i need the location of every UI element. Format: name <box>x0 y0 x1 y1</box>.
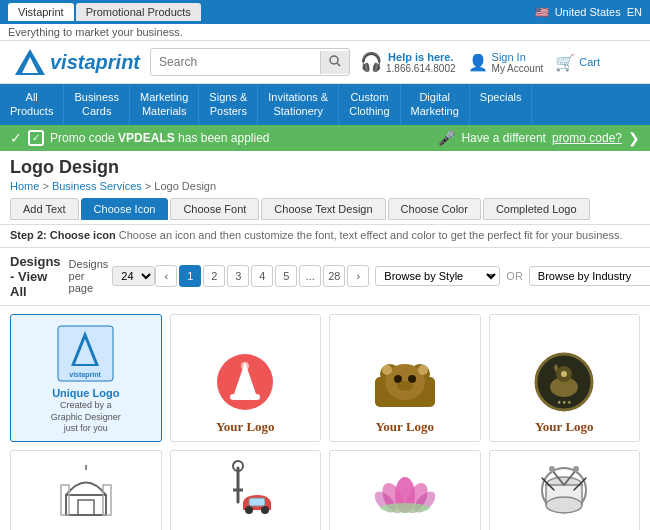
tagline: Everything to market your business. <box>0 24 650 41</box>
svg-point-34 <box>245 506 253 514</box>
svg-rect-27 <box>78 500 94 515</box>
headphone-icon: 🎧 <box>360 51 382 73</box>
browse-industry-select[interactable]: Browse by Industry <box>529 266 650 286</box>
logo-item-8[interactable]: Your Logo <box>489 450 641 530</box>
tab-completed-logo[interactable]: Completed Logo <box>483 198 590 220</box>
microphone-icon: 🎤 <box>438 130 455 146</box>
section-title: Designs - View All <box>10 254 61 299</box>
unique-logo-image: vistaprint <box>51 321 121 386</box>
lotus-logo-icon <box>370 458 440 523</box>
nav-signs[interactable]: Signs &Posters <box>199 84 258 125</box>
promo-code: VPDEALS <box>118 131 175 145</box>
search-icon <box>329 55 341 67</box>
promo-code-link[interactable]: promo code? <box>552 131 622 145</box>
logo-grid-section: vistaprint Unique Logo Created by aGraph… <box>0 306 650 530</box>
svg-rect-26 <box>66 495 106 515</box>
promotional-products-tab[interactable]: Promotional Products <box>76 3 201 21</box>
logo-icon <box>10 47 50 77</box>
tab-choose-text-design[interactable]: Choose Text Design <box>261 198 385 220</box>
nav-clothing[interactable]: CustomClothing <box>339 84 400 125</box>
vistaprint-tab[interactable]: Vistaprint <box>8 3 74 21</box>
bird-circle-logo-label: Your Logo <box>535 419 594 435</box>
logo-item-7[interactable]: Your Logo <box>329 450 481 530</box>
or-text: OR <box>506 270 523 282</box>
designs-per-page-select[interactable]: 24 48 <box>112 266 155 286</box>
nav-marketing[interactable]: MarketingMaterials <box>130 84 199 125</box>
logo-item-5[interactable]: Your Logo <box>10 450 162 530</box>
search-button[interactable] <box>320 51 349 74</box>
logo-item-3[interactable]: Your Logo <box>329 314 481 442</box>
unique-logo-label: Unique Logo <box>52 386 119 400</box>
nav-business-cards[interactable]: BusinessCards <box>64 84 130 125</box>
svg-point-2 <box>330 56 338 64</box>
promo-collapse-icon[interactable]: ✓ <box>10 130 22 146</box>
breadcrumb-current: Logo Design <box>154 180 216 192</box>
svg-text:vistaprint: vistaprint <box>69 371 101 379</box>
tab-choose-color[interactable]: Choose Color <box>388 198 481 220</box>
svg-point-18 <box>397 381 413 391</box>
svg-line-3 <box>337 63 340 66</box>
cart-icon: 🛒 <box>555 53 575 72</box>
tab-add-text[interactable]: Add Text <box>10 198 79 220</box>
help-phone: 1.866.614.8002 <box>386 63 456 74</box>
prev-page-button[interactable]: ‹ <box>155 265 177 287</box>
promo-message: Promo code VPDEALS has been applied <box>50 131 269 145</box>
page-title: Logo Design <box>10 157 640 178</box>
logo-item-6[interactable]: Your Logo <box>170 450 322 530</box>
nav-all-products[interactable]: AllProducts <box>0 84 64 125</box>
page-1-button[interactable]: 1 <box>179 265 201 287</box>
region-code: EN <box>627 6 642 18</box>
nav-digital[interactable]: DigitalMarketing <box>401 84 470 125</box>
next-page-button[interactable]: › <box>347 265 369 287</box>
help-action[interactable]: 🎧 Help is here. 1.866.614.8002 <box>360 51 456 74</box>
cone-logo-label: Your Logo <box>216 419 275 435</box>
promo-question: Have a different <box>461 131 546 145</box>
signin-label: Sign In <box>492 51 544 63</box>
svg-rect-36 <box>249 498 265 506</box>
logo-item-1[interactable]: vistaprint Unique Logo Created by aGraph… <box>10 314 162 442</box>
svg-point-11 <box>241 362 249 370</box>
region-label: United States <box>555 6 621 18</box>
cone-logo-icon <box>210 350 280 415</box>
page-3-button[interactable]: 3 <box>227 265 249 287</box>
building-logo-icon <box>51 458 121 523</box>
page-4-button[interactable]: 4 <box>251 265 273 287</box>
pagination: ‹ 1 2 3 4 5 ... 28 › <box>155 265 369 287</box>
svg-rect-10 <box>230 394 260 400</box>
browse-style-select[interactable]: Browse by Style <box>375 266 500 286</box>
page-28-button[interactable]: 28 <box>323 265 345 287</box>
svg-point-42 <box>380 503 430 513</box>
bear-logo-label: Your Logo <box>375 419 434 435</box>
promo-bar: ✓ ✓ Promo code VPDEALS has been applied … <box>0 125 650 151</box>
drum-logo-icon <box>529 458 599 523</box>
svg-text:★ ★ ★: ★ ★ ★ <box>557 400 573 405</box>
nav-specials[interactable]: Specials <box>470 84 533 125</box>
bear-logo-icon <box>370 350 440 415</box>
logo-item-4[interactable]: ★ ★ ★ Your Logo <box>489 314 641 442</box>
cart-action[interactable]: 🛒 Cart <box>555 53 600 72</box>
logo[interactable]: vistaprint <box>10 47 140 77</box>
controls-bar: Designs - View All Designs per page 24 4… <box>0 248 650 306</box>
breadcrumb-category[interactable]: Business Services <box>52 180 142 192</box>
breadcrumb-home[interactable]: Home <box>10 180 39 192</box>
logo-item-2[interactable]: Your Logo <box>170 314 322 442</box>
svg-point-50 <box>573 466 579 472</box>
step-instruction: Step 2: Choose icon Choose an icon and t… <box>0 225 650 248</box>
signin-action[interactable]: 👤 Sign In My Account <box>468 51 544 74</box>
flag-icon: 🇺🇸 <box>535 6 549 19</box>
nav-invitations[interactable]: Invitations &Stationery <box>258 84 339 125</box>
tab-choose-font[interactable]: Choose Font <box>170 198 259 220</box>
page-ellipsis: ... <box>299 265 321 287</box>
logo-text: vistaprint <box>50 51 140 74</box>
help-label: Help is here. <box>386 51 456 63</box>
page-2-button[interactable]: 2 <box>203 265 225 287</box>
search-container <box>150 48 350 76</box>
search-input[interactable] <box>151 51 320 73</box>
tab-choose-icon[interactable]: Choose Icon <box>81 198 169 220</box>
bird-circle-logo-icon: ★ ★ ★ <box>529 350 599 415</box>
tabs: Add Text Choose Icon Choose Font Choose … <box>10 198 640 220</box>
promo-expand-icon[interactable]: ❯ <box>628 130 640 146</box>
svg-point-46 <box>546 497 582 513</box>
cart-label: Cart <box>579 56 600 68</box>
page-5-button[interactable]: 5 <box>275 265 297 287</box>
